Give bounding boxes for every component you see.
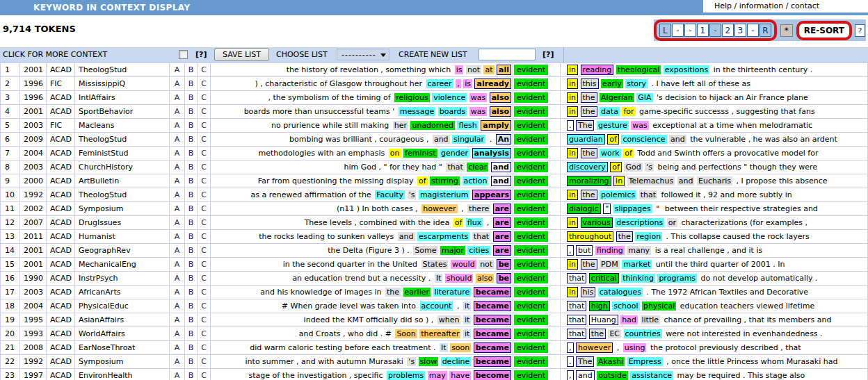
left-context[interactable]: in the second quarter in the United Stat…: [211, 258, 513, 272]
context-link-C[interactable]: C: [198, 188, 211, 202]
right-context[interactable]: in the work of Todd and Swinth offers a …: [561, 147, 868, 160]
pagination-help-button[interactable]: ?: [855, 24, 865, 37]
new-list-input[interactable]: [479, 49, 536, 60]
page-cell-2[interactable]: 2: [722, 24, 734, 37]
right-context[interactable]: that the EC countries were not intereste…: [561, 327, 868, 341]
help-button-2[interactable]: [?]: [542, 50, 554, 59]
context-link-C[interactable]: C: [198, 230, 211, 244]
left-context[interactable]: the history of revelation , something wh…: [211, 63, 513, 77]
left-context[interactable]: methodologies with an emphasis on femini…: [211, 147, 513, 160]
keyword-cell[interactable]: evident: [513, 202, 561, 216]
star-button[interactable]: *: [780, 24, 793, 37]
keyword-cell[interactable]: evident: [513, 369, 561, 380]
right-context[interactable]: , and outside assistance may be required…: [561, 369, 868, 380]
left-context[interactable]: ) , characteristic of Glasgow throughout…: [211, 77, 513, 91]
keyword-cell[interactable]: evident: [513, 244, 561, 258]
left-context[interactable]: # When grade level was taken into accoun…: [211, 299, 513, 313]
context-link-A[interactable]: A: [170, 355, 185, 369]
keyword-cell[interactable]: evident: [513, 258, 561, 272]
left-context[interactable]: into summer , and with autumn Murasaki '…: [211, 355, 513, 369]
keyword-cell[interactable]: evident: [513, 174, 561, 188]
context-link-A[interactable]: A: [170, 174, 185, 188]
left-context[interactable]: as a renewed affirmation of the Faculty …: [211, 188, 513, 202]
right-context[interactable]: moralizing in Telemachus and Eucharis , …: [561, 174, 868, 188]
right-context[interactable]: , however , using the protocol previousl…: [561, 341, 868, 355]
left-context[interactable]: , the symbolism of the timing of religio…: [211, 91, 513, 105]
context-link-A[interactable]: A: [170, 202, 185, 216]
right-context[interactable]: throughout the region . This collapse ca…: [561, 230, 868, 244]
right-context[interactable]: in this early story . I have left all of…: [561, 77, 868, 91]
help-link[interactable]: Help / information / contact: [703, 0, 868, 13]
context-link-A[interactable]: A: [170, 299, 185, 313]
resort-button[interactable]: RE-SORT: [796, 21, 852, 40]
context-link-C[interactable]: C: [198, 160, 211, 174]
right-context[interactable]: in his catalogues . The 1972 African Tex…: [561, 286, 868, 299]
context-link-A[interactable]: A: [170, 230, 185, 244]
right-context[interactable]: . The Akashi Empress , once the little P…: [561, 355, 868, 369]
right-context[interactable]: that high school physical education teac…: [561, 299, 868, 313]
context-link-B[interactable]: B: [185, 216, 198, 230]
keyword-cell[interactable]: evident: [513, 216, 561, 230]
context-link-C[interactable]: C: [198, 174, 211, 188]
right-context[interactable]: in the polemics that followed it , 92 an…: [561, 188, 868, 202]
context-link-C[interactable]: C: [198, 258, 211, 272]
right-context[interactable]: in various descriptions or characterizat…: [561, 216, 868, 230]
keyword-cell[interactable]: evident: [513, 63, 561, 77]
keyword-cell[interactable]: evident: [513, 133, 561, 147]
left-context[interactable]: did warm caloric testing before each tre…: [211, 341, 513, 355]
context-link-A[interactable]: A: [170, 341, 185, 355]
save-list-button[interactable]: SAVE LIST: [214, 48, 269, 61]
context-link-B[interactable]: B: [185, 91, 198, 105]
page-cell--[interactable]: -: [672, 24, 684, 37]
context-link-A[interactable]: A: [170, 63, 185, 77]
page-cell-1[interactable]: 1: [697, 24, 709, 37]
keyword-cell[interactable]: evident: [513, 91, 561, 105]
keyword-cell[interactable]: evident: [513, 286, 561, 299]
context-link-B[interactable]: B: [185, 147, 198, 160]
list-select[interactable]: ----------: [337, 49, 389, 60]
left-context[interactable]: stage of the investigation , specific pr…: [211, 369, 513, 380]
left-context[interactable]: him God , " for they had " that clear an…: [211, 160, 513, 174]
left-context[interactable]: an education trend but a necessity . It …: [211, 272, 513, 286]
context-link-A[interactable]: A: [170, 258, 185, 272]
context-link-B[interactable]: B: [185, 105, 198, 119]
context-link-C[interactable]: C: [198, 147, 211, 160]
keyword-cell[interactable]: evident: [513, 188, 561, 202]
page-cell-L[interactable]: L: [659, 24, 671, 37]
context-link-B[interactable]: B: [185, 63, 198, 77]
right-context[interactable]: in reading theological expositions in th…: [561, 63, 868, 77]
context-link-C[interactable]: C: [198, 299, 211, 313]
context-link-A[interactable]: A: [170, 147, 185, 160]
context-link-B[interactable]: B: [185, 286, 198, 299]
context-link-A[interactable]: A: [170, 119, 185, 133]
context-link-A[interactable]: A: [170, 91, 185, 105]
context-link-A[interactable]: A: [170, 244, 185, 258]
right-context[interactable]: in the data for game-specific successs ,…: [561, 105, 868, 119]
left-context[interactable]: the rocks leading to sunken valleys and …: [211, 230, 513, 244]
context-link-B[interactable]: B: [185, 327, 198, 341]
right-context[interactable]: . The gesture was exceptional at a time …: [561, 119, 868, 133]
context-link-A[interactable]: A: [170, 369, 185, 380]
context-link-C[interactable]: C: [198, 355, 211, 369]
context-link-B[interactable]: B: [185, 313, 198, 327]
right-context[interactable]: in the Algerian GIA 's decision to hijac…: [561, 91, 868, 105]
context-link-B[interactable]: B: [185, 299, 198, 313]
context-link-B[interactable]: B: [185, 77, 198, 91]
context-link-A[interactable]: A: [170, 327, 185, 341]
left-context[interactable]: Far from questioning the missing display…: [211, 174, 513, 188]
context-link-A[interactable]: A: [170, 313, 185, 327]
context-link-C[interactable]: C: [198, 244, 211, 258]
context-link-C[interactable]: C: [198, 216, 211, 230]
page-cell--[interactable]: -: [709, 24, 721, 37]
context-link-C[interactable]: C: [198, 133, 211, 147]
left-context[interactable]: bombing was brilliant , courageous , and…: [211, 133, 513, 147]
context-link-B[interactable]: B: [185, 133, 198, 147]
left-context[interactable]: and Croats , who did . # Soon thereafter…: [211, 327, 513, 341]
context-link-C[interactable]: C: [198, 341, 211, 355]
page-cell--[interactable]: -: [684, 24, 696, 37]
context-link-A[interactable]: A: [170, 77, 185, 91]
context-link-C[interactable]: C: [198, 119, 211, 133]
left-context[interactable]: and his knowledge of images in the earli…: [211, 286, 513, 299]
context-link-B[interactable]: B: [185, 188, 198, 202]
help-button-1[interactable]: [?]: [195, 50, 207, 59]
